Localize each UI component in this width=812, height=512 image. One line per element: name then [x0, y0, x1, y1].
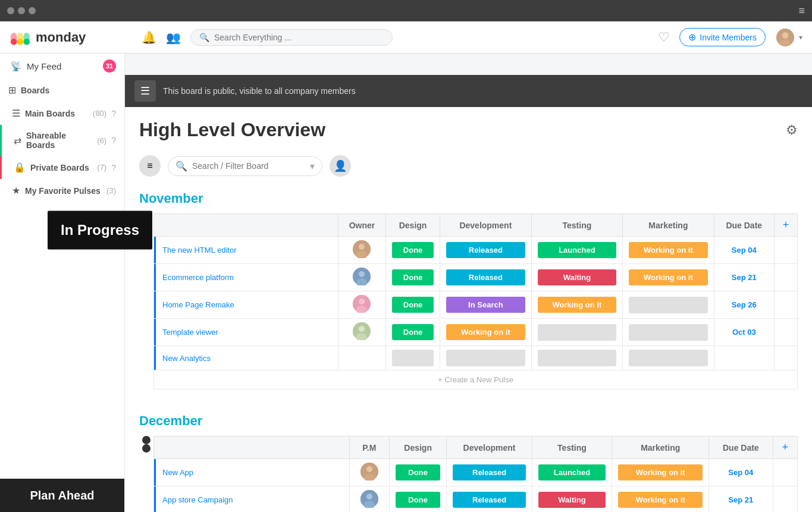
status-badge: Working on it: [538, 297, 617, 313]
os-dot-1: [7, 7, 14, 14]
pulse-name-homepage[interactable]: Home Page Remake: [162, 300, 234, 309]
due-date-value: Sep 21: [728, 495, 753, 504]
design-cell: Done: [386, 291, 440, 319]
board-title: High Level Overview: [139, 119, 325, 141]
pulse-name-new-app[interactable]: New App: [162, 468, 193, 477]
status-badge: Released: [453, 492, 525, 508]
november-marketing-col-header: Marketing: [623, 214, 714, 237]
invite-members-button[interactable]: ⊕ Invite Members: [679, 28, 766, 46]
plan-ahead-button[interactable]: Plan Ahead: [0, 479, 124, 512]
svg-point-10: [359, 244, 365, 250]
row-blue-indicator: [154, 346, 156, 370]
table-row: Home Page Remake Done In Search Working …: [154, 291, 798, 319]
person-filter-icon: 👤: [334, 159, 347, 172]
sidebar-item-favorite-pulses[interactable]: ★ My Favorite Pulses (3): [0, 179, 124, 202]
status-badge: Released: [446, 269, 525, 285]
december-name-col-header: [154, 436, 350, 459]
extra-cell: [773, 459, 797, 486]
extra-cell: [774, 319, 797, 346]
pm-cell: [349, 486, 389, 513]
december-dev-col-header: Development: [447, 436, 532, 459]
pulse-name-analytics[interactable]: New Analytics: [162, 354, 211, 363]
row-blue-indicator: [154, 319, 156, 345]
testing-cell: Waiting: [532, 486, 612, 513]
status-badge: Launched: [538, 464, 606, 480]
pulse-name-app-store[interactable]: App store Campaign: [162, 495, 233, 504]
development-cell: In Search: [440, 291, 532, 319]
person-filter-button[interactable]: 👤: [330, 155, 351, 177]
row-blue-indicator: [154, 237, 156, 263]
status-badge: In Search: [446, 297, 525, 313]
add-column-button[interactable]: +: [783, 219, 789, 231]
extra-cell: [774, 264, 797, 291]
main-boards-help-icon[interactable]: ?: [111, 109, 116, 118]
testing-cell: [531, 319, 623, 346]
development-cell: Released: [440, 264, 532, 291]
invite-plus-icon: ⊕: [688, 32, 696, 43]
search-input[interactable]: [214, 33, 384, 42]
main-boards-icon: ☰: [12, 108, 20, 119]
status-badge: Done: [392, 297, 434, 313]
os-menu-icon: ≡: [798, 5, 805, 17]
testing-cell: Working on it: [531, 291, 623, 319]
due-date-value: Sep 04: [728, 468, 753, 477]
board-settings-icon[interactable]: ⚙: [786, 122, 798, 138]
november-table-header: Owner Design Development Testing Marketi…: [154, 214, 798, 237]
svg-point-8: [779, 39, 791, 47]
extra-cell: [774, 346, 797, 370]
os-bar: ≡: [0, 0, 812, 21]
table-row: App store Campaign Done Released Waiting: [154, 486, 798, 513]
status-badge-empty: [629, 350, 708, 366]
svg-point-3: [11, 32, 17, 42]
testing-cell: Launched: [532, 459, 612, 486]
create-pulse-link[interactable]: + Create a New Pulse: [438, 375, 513, 384]
main-content: ☰ This board is public, visible to all c…: [125, 75, 812, 512]
main-boards-label: Main Boards: [25, 109, 88, 118]
owner-avatar: [353, 295, 371, 313]
filter-dropdown-icon[interactable]: ▾: [310, 161, 315, 172]
create-pulse-cell: + Create a New Pulse: [154, 370, 798, 390]
status-badge: Working on it: [618, 492, 703, 508]
owner-avatar: [353, 322, 371, 340]
row-name-cell: Home Page Remake: [154, 291, 338, 319]
private-boards-help-icon[interactable]: ?: [111, 163, 116, 172]
pulse-name-ecommerce[interactable]: Ecommerce platform: [162, 273, 234, 282]
os-dot-2: [18, 7, 25, 14]
marketing-cell: Working on it: [612, 486, 709, 513]
november-add-col-button[interactable]: +: [774, 214, 797, 237]
people-icon[interactable]: 👥: [166, 30, 181, 45]
status-badge-empty: [629, 297, 708, 313]
sidebar-item-my-feed[interactable]: 📡 My Feed 31: [0, 54, 124, 78]
due-date-cell: [714, 346, 774, 370]
pulse-name-template[interactable]: Template viewer: [162, 328, 218, 337]
design-cell: Done: [386, 237, 440, 264]
hamburger-button[interactable]: ☰: [134, 80, 156, 102]
december-timeline: [139, 436, 153, 453]
user-avatar[interactable]: [775, 27, 795, 48]
avatar-dropdown-arrow[interactable]: ▾: [799, 33, 802, 42]
sidebar-item-main-boards[interactable]: ☰ Main Boards (80) ?: [0, 102, 124, 125]
development-cell: Working on it: [440, 319, 532, 346]
main-layout: 📡 My Feed 31 ⊞ Boards ☰ Main Boards (80)…: [0, 75, 812, 512]
notification-icon[interactable]: 🔔: [142, 30, 156, 45]
global-search-bar[interactable]: 🔍: [190, 29, 393, 46]
december-marketing-col-header: Marketing: [612, 436, 709, 459]
shareable-boards-help-icon[interactable]: ?: [111, 136, 116, 145]
filter-search-bar[interactable]: 🔍 ▾: [168, 156, 322, 176]
sidebar-item-private-boards[interactable]: 🔒 Private Boards (7) ?: [0, 156, 124, 179]
heart-icon[interactable]: ♡: [658, 30, 670, 45]
marketing-cell: Working on it: [612, 459, 709, 486]
row-blue-indicator: [154, 291, 156, 318]
view-options-button[interactable]: ≡: [139, 155, 161, 177]
pulse-name-html-editor[interactable]: The new HTML editor: [162, 246, 237, 255]
shareable-boards-icon: ⇄: [14, 135, 21, 146]
sidebar-item-shareable-boards[interactable]: ⇄ Shareable Boards (6) ?: [0, 125, 124, 156]
december-add-col-button[interactable]: +: [773, 436, 797, 459]
november-header-row: Owner Design Development Testing Marketi…: [154, 214, 798, 237]
add-column-button-dec[interactable]: +: [782, 441, 789, 454]
owner-cell: [338, 346, 385, 370]
development-cell: [440, 346, 532, 370]
november-design-col-header: Design: [386, 214, 440, 237]
table-row: Template viewer Done Working on it: [154, 319, 798, 346]
filter-input[interactable]: [192, 161, 305, 171]
